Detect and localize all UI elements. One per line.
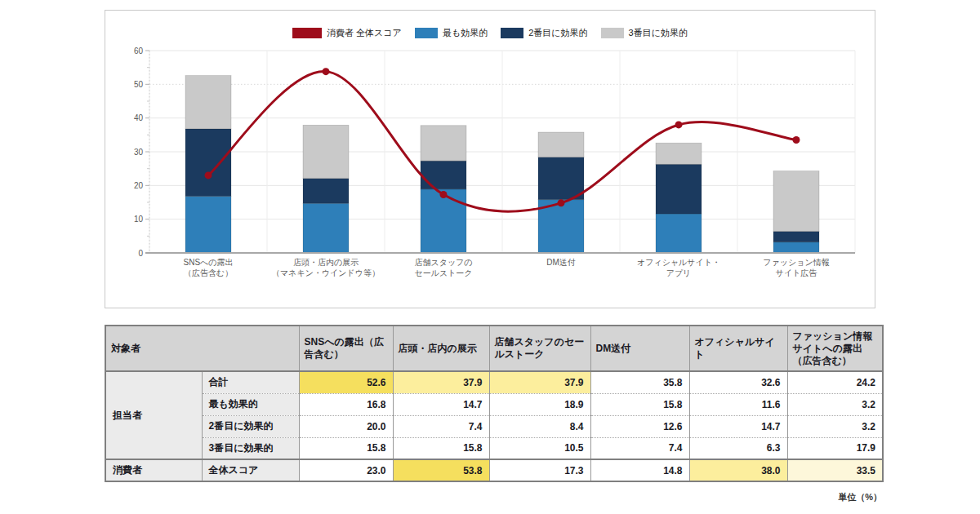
y-tick-label: 10 bbox=[134, 215, 144, 224]
table-value-cell: 18.9 bbox=[489, 393, 590, 415]
table-value-cell: 3.2 bbox=[787, 393, 883, 415]
table-value-cell: 23.0 bbox=[299, 459, 393, 481]
legend-label: 消費者 全体スコア bbox=[327, 27, 402, 39]
table-row-label-cell: 合計 bbox=[202, 371, 299, 393]
x-axis-category-label: ファッション情報サイト広告 bbox=[737, 257, 855, 278]
table-value-cell: 15.8 bbox=[299, 437, 393, 459]
table-value-cell: 32.6 bbox=[689, 371, 787, 393]
bar-segment bbox=[303, 203, 349, 253]
legend-item: 2番目に効果的 bbox=[501, 27, 587, 39]
table-group-cell: 消費者 bbox=[105, 459, 202, 481]
bar-segment bbox=[773, 232, 819, 242]
table-value-cell: 35.8 bbox=[590, 371, 689, 393]
table-header-cell: SNSへの露出（広告含む） bbox=[299, 326, 393, 371]
table-value-cell: 17.9 bbox=[787, 437, 883, 459]
table-header-cell: ファッション情報サイトへの露出（広告含む） bbox=[787, 326, 883, 371]
legend-label: 3番目に効果的 bbox=[629, 27, 688, 39]
bar-segment bbox=[185, 76, 231, 129]
line-point-marker bbox=[323, 68, 330, 75]
table-value-cell: 12.6 bbox=[590, 415, 689, 437]
table-group-cell: 担当者 bbox=[105, 371, 202, 459]
table-value-cell: 14.7 bbox=[689, 415, 787, 437]
y-tick-label: 20 bbox=[134, 181, 144, 190]
legend-swatch-icon bbox=[601, 28, 624, 38]
table-row: 2番目に効果的20.07.48.412.614.73.2 bbox=[105, 415, 883, 437]
table-value-cell: 33.5 bbox=[787, 459, 883, 481]
legend-item: 消費者 全体スコア bbox=[292, 27, 402, 39]
table-value-cell: 14.7 bbox=[393, 393, 489, 415]
legend-swatch-icon bbox=[292, 28, 322, 38]
line-point-marker bbox=[675, 121, 683, 128]
table-header-cell: DM送付 bbox=[590, 326, 689, 371]
legend-item: 最も効果的 bbox=[415, 27, 488, 39]
x-axis-category-label: SNSへの露出（広告含む） bbox=[149, 257, 267, 278]
table-value-cell: 7.4 bbox=[393, 415, 489, 437]
bar-segment bbox=[656, 214, 702, 253]
chart-panel: 消費者 全体スコア最も効果的2番目に効果的3番目に効果的 01020304050… bbox=[105, 10, 875, 308]
bar-segment bbox=[185, 129, 231, 197]
bar-segment bbox=[773, 242, 819, 253]
line-point-marker bbox=[793, 136, 800, 144]
bar-segment bbox=[421, 161, 466, 189]
table-value-cell: 20.0 bbox=[299, 415, 393, 437]
line-point-marker bbox=[440, 191, 448, 198]
y-tick-label: 60 bbox=[134, 47, 144, 55]
y-tick-label: 30 bbox=[134, 148, 144, 157]
table-row: 3番目に効果的15.815.810.57.46.317.9 bbox=[105, 437, 883, 459]
bar-segment bbox=[421, 189, 466, 253]
y-tick-label: 40 bbox=[134, 113, 144, 122]
bar-segment bbox=[538, 157, 584, 200]
legend-swatch-icon bbox=[415, 28, 438, 38]
table-value-cell: 38.0 bbox=[689, 459, 787, 481]
table-row-label-cell: 3番目に効果的 bbox=[202, 437, 299, 459]
line-point-marker bbox=[205, 171, 212, 179]
table-value-cell: 24.2 bbox=[787, 371, 883, 393]
table-row: 消費者全体スコア23.053.817.314.838.033.5 bbox=[105, 459, 883, 481]
bar-segment bbox=[303, 179, 349, 204]
table-value-cell: 53.8 bbox=[393, 459, 489, 481]
table-header-cell: 店舗スタッフのセールストーク bbox=[489, 326, 590, 371]
bar-segment bbox=[303, 125, 349, 178]
table-header-cell: 店頭・店内の展示 bbox=[393, 326, 489, 371]
x-axis-category-label: 店頭・店内の展示（マネキン・ウインドウ等） bbox=[267, 257, 385, 278]
table-row: 最も効果的16.814.718.915.811.63.2 bbox=[105, 393, 883, 415]
line-point-marker bbox=[558, 199, 565, 206]
legend-item: 3番目に効果的 bbox=[601, 27, 688, 39]
table-header: 対象者SNSへの露出（広告含む）店頭・店内の展示店舗スタッフのセールストークDM… bbox=[105, 326, 883, 371]
table-value-cell: 6.3 bbox=[689, 437, 787, 459]
bar-segment bbox=[538, 132, 584, 157]
bar-segment bbox=[656, 143, 702, 164]
x-axis-category-label: 店舗スタッフのセールストーク bbox=[385, 257, 502, 278]
table-value-cell: 7.4 bbox=[590, 437, 689, 459]
x-axis-category-label: オフィシャルサイト・アプリ bbox=[620, 257, 737, 278]
table-header-cell: オフィシャルサイト bbox=[689, 326, 787, 371]
table-value-cell: 17.3 bbox=[489, 459, 590, 481]
table-value-cell: 37.9 bbox=[393, 371, 489, 393]
table-value-cell: 8.4 bbox=[489, 415, 590, 437]
legend-label: 最も効果的 bbox=[443, 27, 488, 39]
table-value-cell: 15.8 bbox=[393, 437, 489, 459]
bar-segment bbox=[656, 164, 702, 214]
x-axis-category-label: DM送付 bbox=[502, 257, 620, 268]
table-row-label-cell: 最も効果的 bbox=[202, 393, 299, 415]
y-tick-label: 0 bbox=[138, 249, 143, 258]
bar-segment bbox=[185, 197, 231, 253]
table-value-cell: 11.6 bbox=[689, 393, 787, 415]
table-value-cell: 37.9 bbox=[489, 371, 590, 393]
table-row: 担当者合計52.637.937.935.832.624.2 bbox=[105, 371, 883, 393]
unit-label: 単位（%） bbox=[760, 491, 882, 503]
table-header-row: 対象者SNSへの露出（広告含む）店頭・店内の展示店舗スタッフのセールストークDM… bbox=[105, 326, 883, 371]
legend-swatch-icon bbox=[501, 28, 523, 38]
table-value-cell: 52.6 bbox=[299, 371, 393, 393]
table-value-cell: 16.8 bbox=[299, 393, 393, 415]
table-value-cell: 14.8 bbox=[590, 459, 689, 481]
bar-segment bbox=[773, 171, 819, 232]
bar-segment bbox=[421, 126, 466, 161]
table-row-label-cell: 全体スコア bbox=[202, 459, 299, 481]
table-body: 担当者合計52.637.937.935.832.624.2最も効果的16.814… bbox=[105, 371, 883, 481]
table-value-cell: 15.8 bbox=[590, 393, 689, 415]
table-value-cell: 10.5 bbox=[489, 437, 590, 459]
table-header-cell: 対象者 bbox=[105, 326, 299, 371]
table-value-cell: 3.2 bbox=[787, 415, 883, 437]
legend-label: 2番目に効果的 bbox=[528, 27, 587, 39]
